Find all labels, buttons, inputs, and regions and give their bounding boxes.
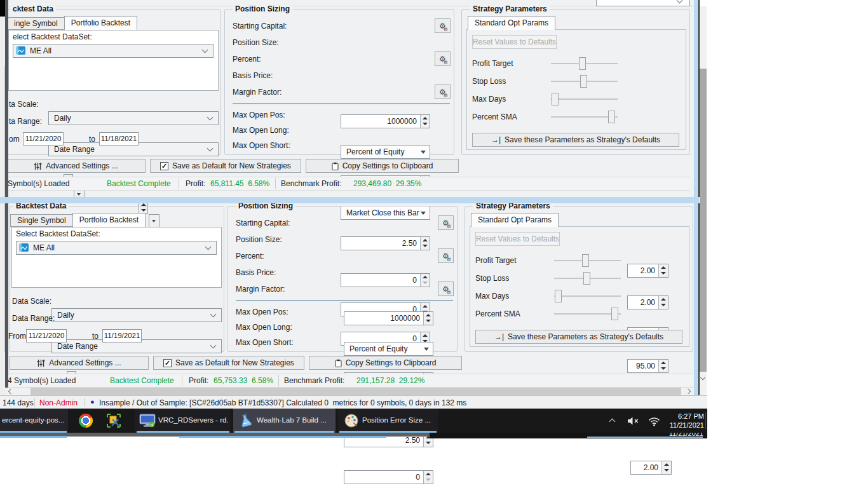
- dataset-value: ME All: [33, 243, 55, 252]
- max-days-slider-thumb[interactable]: [552, 93, 559, 105]
- days-count-text: 144 days: [3, 398, 34, 407]
- status-divider: [179, 178, 179, 189]
- starting-capital-gear-button[interactable]: ⚙⚙: [435, 18, 451, 33]
- chrome-icon[interactable]: [79, 414, 93, 428]
- gear-icon: ⚙⚙: [442, 285, 449, 294]
- tab-standard-opt-params[interactable]: Standard Opt Params: [471, 213, 559, 227]
- position-size-label: Position Size:: [236, 235, 282, 244]
- margin-factor-gear-button[interactable]: ⚙⚙: [438, 281, 454, 296]
- save-parameters-button[interactable]: →|Save these Parameters as Strategy's De…: [472, 133, 679, 147]
- profit-target-spinner[interactable]: [661, 461, 671, 474]
- dropdown-arrow-icon: [424, 348, 429, 351]
- tab-portfolio-backtest[interactable]: Portfolio Backtest: [72, 213, 146, 227]
- starting-capital-value: 1000000: [390, 313, 420, 323]
- profit-target-slider-thumb[interactable]: [582, 254, 589, 267]
- wifi-icon[interactable]: [648, 417, 660, 428]
- dataset-combobox[interactable]: ME All: [13, 44, 214, 58]
- system-tools-icon[interactable]: [106, 413, 121, 430]
- gear-icon: ⚙⚙: [439, 55, 446, 64]
- tab-single-symbol[interactable]: ingle Symbol: [7, 17, 65, 30]
- position-size-combobox[interactable]: Percent of Equity: [341, 145, 430, 159]
- stop-loss-slider-thumb[interactable]: [583, 272, 590, 285]
- save-default-checkbox-button[interactable]: ✓Save as Default for New Strategies: [150, 159, 301, 173]
- starting-capital-spinner[interactable]: [420, 115, 430, 128]
- percent-gear-button[interactable]: ⚙⚙: [438, 248, 454, 263]
- artifact-underline: [0, 436, 67, 438]
- max-open-pos-spinner[interactable]: [423, 471, 433, 484]
- advanced-settings-button[interactable]: Advanced Settings ...: [6, 159, 146, 173]
- param-label: Percent SMA: [475, 309, 520, 318]
- max-days-slider[interactable]: [554, 295, 621, 297]
- save-default-checkbox-button[interactable]: ✓Save as Default for New Strategies: [153, 356, 304, 370]
- backtest-tabs: Single Symbol Portfolio Backtest: [10, 213, 145, 227]
- param-label: Stop Loss: [472, 77, 506, 86]
- chevron-down-icon: [202, 47, 208, 53]
- volume-muted-icon[interactable]: [627, 416, 639, 428]
- starting-capital-spinner[interactable]: [423, 312, 433, 325]
- dataset-label: elect Backtest DataSet:: [13, 32, 92, 41]
- profit-target-field[interactable]: 2.00: [630, 461, 672, 475]
- max-open-pos-field[interactable]: 0: [344, 470, 433, 484]
- data-scale-value: Daily: [57, 311, 74, 320]
- from-date-field[interactable]: 11/21/2020: [26, 329, 67, 342]
- tab-portfolio-backtest[interactable]: Portfolio Backtest: [64, 16, 137, 30]
- tab-single-symbol[interactable]: Single Symbol: [10, 214, 73, 227]
- chevron-down-icon: [205, 244, 212, 250]
- starting-capital-field[interactable]: 1000000: [341, 114, 430, 128]
- percent-sma-slider-thumb[interactable]: [608, 111, 615, 123]
- checkbox-checked-icon[interactable]: ✓: [160, 162, 168, 170]
- starting-capital-field[interactable]: 1000000: [344, 311, 433, 325]
- param-label: Stop Loss: [475, 274, 509, 283]
- chevron-down-icon: [677, 0, 683, 3]
- artifact-underline: [587, 437, 703, 438]
- to-date-field[interactable]: 11/19/2021: [102, 329, 142, 342]
- from-date-field[interactable]: 11/21/2020: [23, 132, 64, 146]
- stop-loss-slider-thumb[interactable]: [580, 75, 587, 88]
- starting-capital-gear-button[interactable]: ⚙⚙: [438, 215, 454, 230]
- data-range-value: Date Range: [57, 342, 98, 351]
- taskbar-button-label: Position Error Size ...: [362, 416, 435, 424]
- window-separator-band: [0, 197, 699, 203]
- vertical-scrollbar-down-button[interactable]: [700, 374, 707, 384]
- advanced-settings-button[interactable]: Advanced Settings ...: [10, 356, 149, 370]
- reset-values-button[interactable]: Reset Values to Defaults: [472, 35, 557, 49]
- save-defaults-arrow-icon: →|: [491, 135, 501, 144]
- param-label: Max Days: [475, 292, 509, 301]
- vertical-scrollbar-thumb[interactable]: [700, 69, 707, 372]
- basis-price-label: Basis Price:: [236, 268, 276, 277]
- max-open-pos-value: 0: [416, 472, 420, 482]
- starting-capital-label: Starting Capital:: [236, 219, 290, 227]
- advanced-settings-label: Advanced Settings ...: [46, 161, 118, 170]
- from-label: om: [9, 135, 20, 144]
- benchmark-profit-label: Benchmark Profit:: [281, 179, 341, 188]
- tray-clock[interactable]: 6:27 PM 11/21/2021: [662, 412, 704, 430]
- data-range-label: Data Range:: [12, 314, 55, 323]
- dataset-icon: [16, 46, 25, 55]
- dataset-combobox[interactable]: ME All: [16, 241, 217, 255]
- percent-gear-button[interactable]: ⚙⚙: [435, 51, 451, 66]
- position-sizing-separator: [236, 300, 453, 301]
- margin-factor-gear-button[interactable]: ⚙⚙: [435, 85, 451, 99]
- benchmark-profit-value: 291,157.28 29.12%: [356, 376, 424, 385]
- max-days-slider-thumb[interactable]: [555, 290, 562, 302]
- taskbar-button-label: VRC_RDServers - rd...: [158, 416, 228, 424]
- profit-target-value: 2.00: [644, 463, 658, 473]
- copy-settings-button[interactable]: Copy Settings to Clipboard: [306, 159, 459, 173]
- profit-target-slider-thumb[interactable]: [579, 57, 586, 70]
- horizontal-scrollbar-thumb[interactable]: [31, 388, 681, 395]
- position-size-combobox[interactable]: Percent of Equity: [344, 342, 433, 356]
- remote-desktop-icon: rd: [139, 413, 156, 430]
- chevron-down-icon: [207, 146, 214, 152]
- to-date-field[interactable]: 11/18/2021: [99, 132, 139, 146]
- copy-settings-button[interactable]: Copy Settings to Clipboard: [309, 356, 462, 370]
- reset-values-button[interactable]: Reset Values to Defaults: [475, 232, 560, 246]
- save-parameters-button[interactable]: →|Save these Parameters as Strategy's De…: [475, 330, 682, 344]
- strategy-settings-panel-top: cktest Data ingle Symbol Portfolio Backt…: [0, 5, 699, 197]
- checkbox-checked-icon[interactable]: ✓: [163, 359, 172, 367]
- data-scale-combobox[interactable]: Daily: [51, 308, 222, 322]
- max-days-slider[interactable]: [551, 98, 618, 100]
- tab-standard-opt-params[interactable]: Standard Opt Params: [468, 16, 555, 30]
- data-scale-combobox[interactable]: Daily: [48, 111, 219, 125]
- percent-sma-slider-thumb[interactable]: [611, 308, 618, 320]
- advanced-settings-label: Advanced Settings ...: [49, 358, 121, 367]
